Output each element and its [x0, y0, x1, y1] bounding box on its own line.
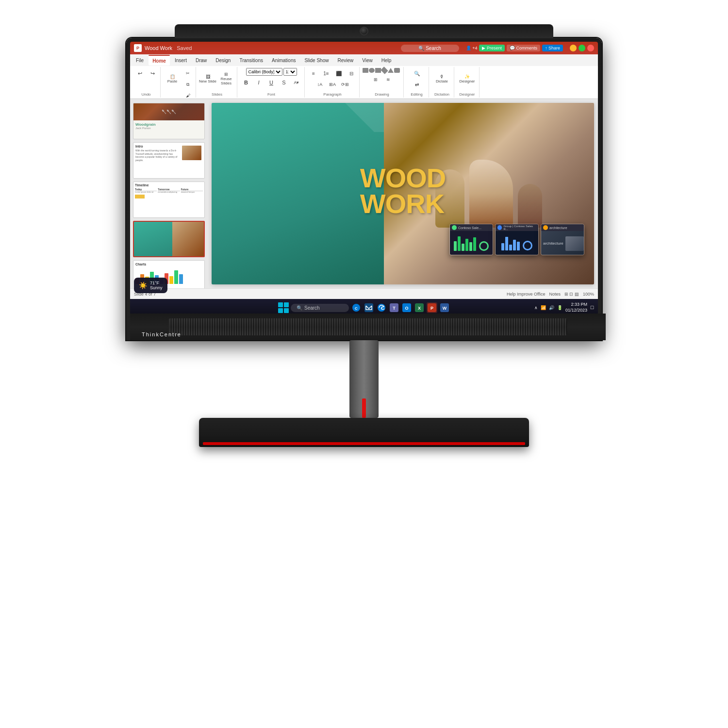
floating-win-3[interactable]: architecture architecture [541, 224, 584, 255]
tab-animations[interactable]: Animations [268, 55, 299, 66]
tab-insert[interactable]: Insert [171, 55, 191, 66]
columns-button[interactable]: ⊟ [346, 68, 357, 79]
tab-transitions[interactable]: Transitions [235, 55, 267, 66]
slide-thumb-1[interactable]: 🥄🥄🥄 Woodgrain Jack Purton [133, 103, 205, 139]
present-button[interactable]: ▶ Present [479, 45, 505, 51]
dictate-button[interactable]: 🎙Dictate [433, 68, 451, 89]
taskbar-app-word[interactable]: W [439, 302, 450, 313]
tab-home[interactable]: Home [149, 55, 170, 66]
fw1-chart [452, 234, 491, 253]
shape-line[interactable] [375, 68, 381, 73]
slide3-accent [135, 195, 145, 199]
taskbar-app-excel[interactable]: X [414, 302, 425, 313]
slide-decoration [345, 103, 384, 142]
bullets-button[interactable]: ≡ [308, 68, 319, 79]
fw3-icon [543, 225, 548, 230]
format-painter-button[interactable]: 🖌 [182, 90, 194, 99]
comments-button[interactable]: 💬 Comments [507, 45, 540, 51]
undo-button[interactable]: ↩ [134, 68, 146, 79]
shape-diamond[interactable] [381, 66, 388, 74]
editing-label: Editing [411, 91, 422, 97]
new-slide-button[interactable]: 🖼New Slide [199, 68, 216, 89]
tab-draw[interactable]: Draw [192, 55, 211, 66]
taskbar-app-edge[interactable] [376, 302, 387, 313]
align-text-button[interactable]: ⊞A [327, 79, 338, 90]
minimize-button[interactable] [570, 45, 577, 51]
close-button[interactable] [587, 45, 594, 51]
weather-icon: ☀️ [139, 281, 147, 289]
bold-button[interactable]: B [240, 77, 252, 88]
taskbar-app-contoso[interactable]: C [351, 302, 362, 313]
text-direction-button[interactable]: ↕A [314, 79, 326, 90]
slide-panel: 🥄🥄🥄 Woodgrain Jack Purton Intro With the… [130, 99, 208, 288]
floating-windows: Contoso Sale... [449, 224, 584, 255]
undo-label: Undo [141, 91, 150, 97]
floating-win-2[interactable]: Group | Contoso Sales R... [495, 224, 539, 255]
arrange-button[interactable]: ⊞ [370, 74, 381, 85]
shape-triangle[interactable] [388, 68, 394, 73]
clock[interactable]: 2:33 PM 01/12/2023 [565, 302, 587, 313]
tab-design[interactable]: Design [212, 55, 234, 66]
find-button[interactable]: 🔍 [411, 68, 423, 79]
time-display: 2:33 PM [565, 302, 587, 308]
smart-art-button[interactable]: ⟳⊞ [339, 79, 351, 90]
strikethrough-button[interactable]: S [278, 77, 290, 88]
numbering-button[interactable]: 1≡ [320, 68, 332, 79]
user-profile: 👤 +4 [466, 46, 478, 50]
paste-button[interactable]: 📋Paste [164, 68, 181, 89]
tab-slideshow[interactable]: Slide Show [300, 55, 332, 66]
ribbon-group-slides: 🖼New Slide ⊞Reuse Slides Slides [197, 67, 237, 98]
taskbar-app-powerpoint[interactable]: P [427, 302, 437, 313]
shape-rect[interactable] [363, 68, 368, 73]
underline-button[interactable]: U [265, 77, 277, 88]
floating-win-1[interactable]: Contoso Sale... [449, 224, 493, 255]
shape-oval[interactable] [369, 68, 375, 73]
stand-base-red-strip [203, 442, 525, 445]
cut-button[interactable]: ✂ [182, 68, 194, 79]
svg-text:T: T [393, 306, 396, 311]
notes-button[interactable]: Notes [549, 292, 561, 297]
search-box[interactable]: 🔍 Search [401, 45, 459, 52]
slide-thumb-2[interactable]: Intro With the world turning towards a D… [133, 142, 205, 179]
taskbar-app-outlook[interactable]: O [401, 302, 412, 313]
battery-icon[interactable]: 🔋 [557, 305, 563, 310]
speaker-grill [169, 318, 567, 335]
replace-button[interactable]: ⇄ [411, 79, 423, 90]
svg-text:O: O [405, 306, 408, 311]
taskbar-search[interactable]: 🔍 Search [291, 304, 349, 312]
italic-button[interactable]: I [253, 77, 265, 88]
font-family-select[interactable]: Calibri (Body) [246, 68, 282, 76]
fw2-chart [499, 235, 534, 252]
reuse-slides-button[interactable]: ⊞Reuse Slides [217, 68, 235, 89]
webcam-lens [360, 27, 368, 35]
align-left-button[interactable]: ⬛ [333, 68, 345, 79]
taskbar-app-mail[interactable] [364, 302, 374, 313]
pp-main-area: 🥄🥄🥄 Woodgrain Jack Purton Intro With the… [130, 99, 598, 288]
tab-review[interactable]: Review [333, 55, 357, 66]
windows-start-button[interactable] [278, 302, 289, 313]
designer-button[interactable]: ✨Designer [459, 68, 476, 89]
system-tray: ∧ 📶 🔊 🔋 2:33 PM 01/12/2023 ☐ [534, 302, 594, 313]
tab-help[interactable]: Help [378, 55, 396, 66]
maximize-button[interactable] [579, 45, 585, 51]
ribbon-group-editing: 🔍 ⇄ Editing [405, 67, 429, 98]
main-slide-canvas[interactable]: WOOD WORK Contoso Sale... [212, 103, 594, 284]
quick-styles-button[interactable]: ≋ [382, 74, 394, 85]
font-size-select[interactable]: 11 [283, 68, 297, 76]
taskbar-app-teams[interactable]: T [389, 302, 399, 313]
redo-button[interactable]: ↪ [147, 68, 158, 79]
tab-file[interactable]: File [132, 55, 148, 66]
font-color-button[interactable]: A▾ [291, 77, 302, 88]
slide-thumb-4[interactable]: WOODWORK [133, 221, 205, 257]
wifi-icon[interactable]: 📶 [541, 305, 546, 310]
share-button[interactable]: ↑ Share [542, 45, 563, 51]
slide-thumb-3[interactable]: Timeline Today Lorem ipsum dolor sit Tom… [133, 182, 205, 218]
ribbon-group-font: Calibri (Body) 11 B I U S A▾ Font [238, 67, 305, 98]
volume-icon[interactable]: 🔊 [549, 305, 554, 310]
show-hidden-icons[interactable]: ∧ [534, 305, 538, 310]
fw1-title: Contoso Sale... [458, 226, 481, 230]
notification-center[interactable]: ☐ [590, 305, 594, 310]
shape-rounded-rect[interactable] [394, 68, 400, 73]
copy-button[interactable]: ⧉ [182, 79, 194, 90]
tab-view[interactable]: View [358, 55, 377, 66]
